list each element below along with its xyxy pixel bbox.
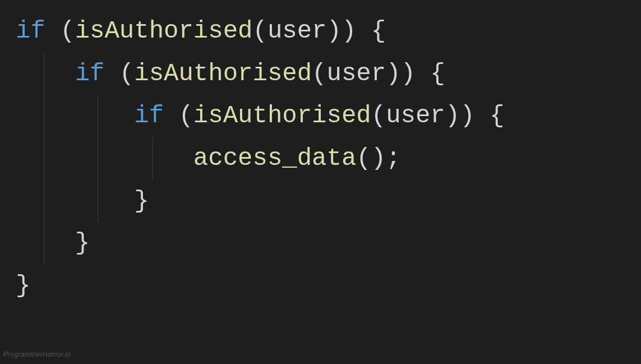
code-line-6: }: [16, 222, 625, 265]
close-brace: }: [134, 187, 149, 215]
code-line-4: access_data();: [16, 137, 625, 180]
function-name: isAuthorised: [75, 17, 253, 45]
code-line-3: if (isAuthorised(user)) {: [16, 95, 625, 137]
open-paren: (: [60, 17, 75, 45]
empty-parens: (): [356, 144, 386, 172]
code-block: if (isAuthorised(user)) { if (isAuthoris…: [16, 10, 625, 307]
function-name: isAuthorised: [134, 59, 312, 87]
identifier: user: [386, 102, 445, 130]
indent-guide: [98, 95, 98, 137]
indent-guide: [44, 53, 44, 95]
indent-guide: [44, 137, 44, 180]
open-brace: {: [371, 17, 386, 45]
code-line-5: }: [16, 180, 625, 223]
close-paren: ): [401, 59, 416, 87]
indent-guide: [44, 95, 44, 137]
keyword-if: if: [16, 17, 45, 45]
code-line-1: if (isAuthorised(user)) {: [16, 10, 625, 53]
identifier: user: [268, 17, 327, 45]
open-paren: (: [119, 59, 134, 87]
indent-guide: [98, 180, 98, 223]
close-paren: ): [327, 17, 342, 45]
open-paren: (: [252, 17, 267, 45]
keyword-if: if: [75, 59, 105, 87]
close-paren: ): [460, 102, 474, 130]
indent-guide: [153, 137, 153, 180]
close-paren: ): [445, 102, 460, 130]
function-name: isAuthorised: [193, 102, 371, 130]
indent-guide: [44, 180, 44, 223]
close-brace: }: [16, 271, 30, 300]
open-paren: (: [312, 59, 326, 87]
open-paren: (: [371, 102, 386, 130]
close-paren: ): [342, 17, 356, 45]
indent-guide: [44, 222, 44, 265]
open-paren: (: [178, 102, 193, 130]
semicolon: ;: [386, 144, 400, 172]
function-call: access_data: [193, 144, 356, 172]
identifier: user: [327, 59, 386, 87]
open-brace: {: [490, 102, 504, 130]
code-line-7: }: [16, 265, 625, 307]
close-brace: }: [75, 229, 90, 257]
watermark-text: ProgrammerHumor.io: [3, 349, 71, 361]
close-paren: ): [386, 59, 400, 87]
keyword-if: if: [134, 102, 164, 130]
indent-guide: [98, 137, 98, 180]
open-brace: {: [430, 59, 445, 87]
code-line-2: if (isAuthorised(user)) {: [16, 53, 625, 95]
